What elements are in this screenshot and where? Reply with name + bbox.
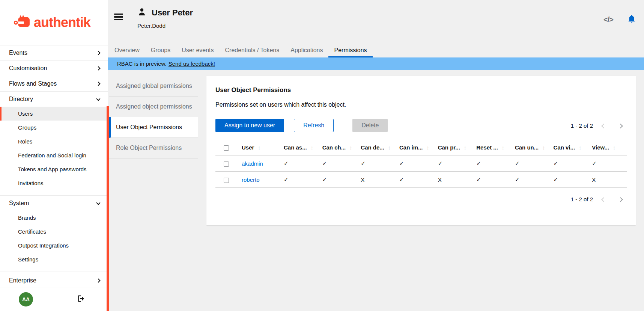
side-tab-label: Assigned object permissions	[116, 103, 192, 110]
permission-value: ✓	[550, 172, 588, 188]
main-area: User Peter Peter.Dodd </> Overview Group…	[108, 0, 644, 311]
sort-icon[interactable]: ↕	[426, 145, 429, 151]
sidebar-item-brands[interactable]: Brands	[0, 211, 108, 225]
column-header: User	[242, 144, 254, 151]
pagination-label: 1 - 2 of 2	[571, 122, 593, 129]
pagination-next-icon[interactable]	[619, 196, 622, 202]
sidebar-item-enterprise[interactable]: Enterprise	[0, 272, 108, 287]
masthead: User Peter Peter.Dodd </>	[108, 0, 644, 43]
sort-icon[interactable]: ↕	[258, 145, 260, 151]
pagination-prev-icon[interactable]	[602, 122, 605, 129]
permission-value: ✓	[319, 156, 357, 172]
table-row: akadmin ✓ ✓ ✓ ✓ ✓ ✓ ✓ ✓ ✓	[215, 156, 627, 172]
sign-out-icon[interactable]	[77, 294, 85, 304]
sidebar-item-groups[interactable]: Groups	[0, 121, 108, 134]
assign-to-new-user-button[interactable]: Assign to new user	[215, 119, 284, 132]
refresh-button[interactable]: Refresh	[294, 119, 334, 132]
permission-value: ✓	[511, 172, 550, 188]
sidebar-scrollbar[interactable]	[107, 106, 109, 311]
side-tab-assigned-global-permissions[interactable]: Assigned global permissions	[109, 76, 198, 97]
pagination-bottom: 1 - 2 of 2	[571, 196, 622, 202]
side-tab-assigned-object-permissions[interactable]: Assigned object permissions	[109, 97, 198, 117]
delete-button[interactable]: Delete	[352, 119, 388, 132]
api-code-icon[interactable]: </>	[603, 15, 613, 24]
side-tab-label: Assigned global permissions	[116, 83, 192, 89]
logo[interactable]: authentik	[0, 0, 108, 45]
tab-permissions[interactable]: Permissions	[328, 43, 372, 57]
sidebar-item-invitations[interactable]: Invitations	[0, 176, 108, 190]
sort-icon[interactable]: ↕	[502, 145, 504, 151]
sidebar-item-roles[interactable]: Roles	[0, 134, 108, 148]
permission-value: X	[588, 172, 627, 188]
feedback-link[interactable]: Send us feedback!	[169, 60, 215, 67]
side-tab-user-object-permissions[interactable]: User Object Permissions	[109, 117, 198, 138]
tab-label: Credentials / Tokens	[225, 47, 280, 54]
user-icon	[137, 8, 146, 18]
sidebar-item-users[interactable]: Users	[0, 107, 108, 121]
chevron-down-icon	[96, 97, 100, 101]
sidebar-item-label: Federation and Social login	[18, 152, 86, 159]
sidebar-item-settings[interactable]: Settings	[0, 252, 108, 266]
tab-credentials-tokens[interactable]: Credentials / Tokens	[220, 43, 285, 57]
user-link[interactable]: akadmin	[242, 160, 263, 167]
permission-value: ✓	[396, 156, 434, 172]
card-title: User Object Permissions	[215, 86, 627, 94]
sidebar-item-outpost-integrations[interactable]: Outpost Integrations	[0, 239, 108, 252]
content-area: Assigned global permissions Assigned obj…	[108, 70, 644, 311]
sidebar-section-flows: Flows and Stages	[0, 76, 108, 91]
pagination-next-icon[interactable]	[619, 122, 622, 129]
chevron-right-icon	[96, 82, 100, 86]
tab-user-events[interactable]: User events	[176, 43, 219, 57]
sidebar-item-label: Users	[18, 110, 33, 117]
sort-icon[interactable]: ↕	[349, 145, 352, 151]
select-all-checkbox[interactable]	[224, 145, 229, 151]
notifications-bell-icon[interactable]	[627, 14, 636, 25]
sidebar-item-label: Outpost Integrations	[18, 242, 69, 249]
banner-text: RBAC is in preview.	[117, 60, 167, 67]
app-root: authentik Events Customisation Flows and…	[0, 0, 644, 311]
permission-value: ✓	[319, 172, 357, 188]
sort-icon[interactable]: ↕	[388, 145, 391, 151]
toolbar: Assign to new user Refresh Delete 1 - 2 …	[215, 119, 627, 132]
side-tab-role-object-permissions[interactable]: Role Object Permissions	[109, 138, 198, 159]
tab-groups[interactable]: Groups	[145, 43, 176, 57]
sidebar-item-system[interactable]: System	[0, 196, 108, 211]
avatar[interactable]: AA	[19, 292, 33, 306]
side-tab-label: User Object Permissions	[116, 124, 182, 131]
permission-value: ✓	[280, 156, 319, 172]
user-object-permissions-card: User Object Permissions Permissions set …	[206, 76, 636, 225]
sidebar-item-directory[interactable]: Directory	[0, 92, 108, 107]
side-tab-label: Role Object Permissions	[116, 145, 182, 151]
permission-side-tabs: Assigned global permissions Assigned obj…	[109, 76, 198, 159]
sort-icon[interactable]: ↕	[464, 145, 466, 151]
column-header: Reset ...	[476, 144, 498, 151]
permission-value: ✓	[357, 156, 396, 172]
sidebar-item-flows-and-stages[interactable]: Flows and Stages	[0, 76, 108, 91]
row-checkbox[interactable]	[224, 162, 229, 167]
permissions-table: User↕ Can as...↕ Can ch...↕ Can de...↕ C…	[215, 140, 627, 188]
tab-bar: Overview Groups User events Credentials …	[108, 43, 644, 57]
permission-value: ✓	[588, 156, 627, 172]
sidebar-item-events[interactable]: Events	[0, 45, 108, 60]
sidebar-item-certificates[interactable]: Certificates	[0, 225, 108, 239]
tab-overview[interactable]: Overview	[109, 43, 145, 57]
row-checkbox[interactable]	[224, 178, 229, 183]
sort-icon[interactable]: ↕	[311, 145, 313, 151]
sidebar-item-label: System	[9, 200, 29, 207]
sidebar-section-enterprise: Enterprise	[0, 272, 108, 287]
permission-value: ✓	[280, 172, 319, 188]
tab-label: Groups	[151, 47, 170, 54]
sort-icon[interactable]: ↕	[579, 145, 581, 151]
sidebar-item-label: Flows and Stages	[9, 80, 57, 87]
sidebar-section-customisation: Customisation	[0, 60, 108, 76]
pagination-prev-icon[interactable]	[602, 196, 605, 202]
sort-icon[interactable]: ↕	[613, 145, 615, 151]
sidebar-item-tokens[interactable]: Tokens and App passwords	[0, 162, 108, 176]
sort-icon[interactable]: ↕	[542, 145, 545, 151]
sidebar-item-federation[interactable]: Federation and Social login	[0, 148, 108, 162]
user-link[interactable]: roberto	[242, 177, 260, 183]
sidebar-item-label: Customisation	[9, 65, 47, 72]
menu-icon[interactable]	[114, 14, 123, 20]
tab-applications[interactable]: Applications	[285, 43, 328, 57]
sidebar-item-customisation[interactable]: Customisation	[0, 61, 108, 76]
